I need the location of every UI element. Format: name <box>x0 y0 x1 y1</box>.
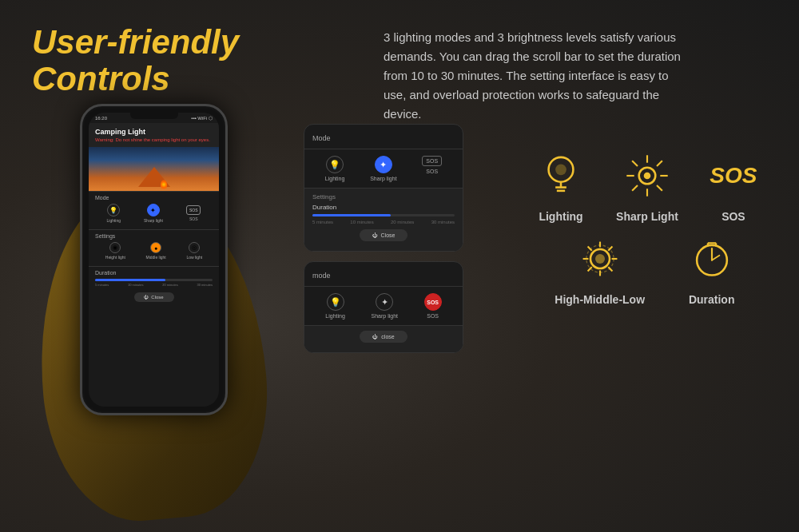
app-card1-sos-label: SOS <box>422 156 442 166</box>
phone-duration-bar[interactable] <box>95 279 213 281</box>
phone-screen: 16:20 ▪▪▪ WiFi ⬡ Camping Light Warning: … <box>89 113 219 407</box>
features-row-1: Lighting Sharp Light <box>519 148 775 223</box>
phone-mid-light[interactable]: ● Middle light <box>145 242 165 260</box>
app-card1-dur-5: 5 minutes <box>312 220 333 224</box>
app-card2-lighting[interactable]: 💡 Lighting <box>325 293 345 319</box>
lighting-icon <box>533 148 589 204</box>
phone-mode-lighting[interactable]: 💡 Lighting <box>107 204 121 223</box>
app-card2-sos-label: SOS <box>427 313 439 319</box>
phone-sos-badge: SOS <box>186 205 201 215</box>
app-card1-dur-30: 30 minutes <box>431 220 455 224</box>
feature-duration: Duration <box>684 231 740 306</box>
phone-app-header: Camping Light Warning: Do not shine the … <box>89 123 219 147</box>
phone-app-title: Camping Light <box>95 128 213 136</box>
app-card1-header-text: Mode <box>312 134 331 142</box>
phone-mode-sos[interactable]: SOS SOS <box>186 205 201 221</box>
sos-text: SOS <box>710 165 757 187</box>
app-card2-sharp-icon: ✦ <box>376 293 393 311</box>
feature-lighting: Lighting <box>533 148 589 223</box>
app-card1-slider[interactable] <box>312 214 455 216</box>
app-card1-lighting[interactable]: 💡 Lighting <box>325 156 345 181</box>
phone-low-label: Low light <box>186 255 202 260</box>
app-card1-lighting-icon: 💡 <box>326 156 344 173</box>
app-card2-sos[interactable]: SOS SOS <box>424 293 442 319</box>
phone-duration-label: Duration <box>95 270 213 276</box>
app-card-2: mode 💡 Lighting ✦ Sharp light SOS SOS ⏻ … <box>304 261 463 353</box>
features-section: Lighting Sharp Light <box>519 148 775 306</box>
sharp-light-label: Sharp Light <box>616 210 678 223</box>
app-card1-duration-label: Duration <box>312 204 455 211</box>
app-card1-slider-labels: 5 minutes 10 minutes 20 minutes 30 minut… <box>312 220 455 224</box>
phone-sharp-icon: ✦ <box>147 204 160 216</box>
page-description: 3 lighting modes and 3 brightness levels… <box>384 28 687 124</box>
svg-line-11 <box>632 161 638 166</box>
phone-sos-label: SOS <box>189 216 198 221</box>
phone-mode-sharp[interactable]: ✦ Sharp light <box>144 204 163 223</box>
duration-label: Duration <box>689 293 735 306</box>
lighting-label: Lighting <box>539 210 582 223</box>
phone-notch <box>130 113 178 119</box>
phone-low-light[interactable]: ◎ Low light <box>186 242 202 260</box>
phone-mode-row: 💡 Lighting ✦ Sharp light SOS SOS <box>95 204 213 223</box>
feature-sharp-light: Sharp Light <box>616 148 678 223</box>
phone-mode-label: Mode <box>95 195 213 200</box>
app-card1-slider-fill <box>312 214 391 216</box>
phone-brightness-row: ◉ Height light ● Middle light ◎ Low ligh… <box>95 242 213 260</box>
app-card1-close-label: Close <box>381 232 396 238</box>
app-card1-sharp[interactable]: ✦ Sharp light <box>370 156 396 181</box>
svg-point-6 <box>644 173 651 180</box>
phone-duration-section: Duration 5 minutes 10 minutes 20 minutes… <box>89 266 219 290</box>
phone-dur-5: 5 minutes <box>95 283 109 287</box>
app-card1-settings-label: Settings <box>312 193 455 200</box>
duration-icon <box>684 231 740 287</box>
feature-brightness: High-Middle-Low <box>555 231 645 306</box>
sos-label: SOS <box>721 210 745 223</box>
sos-icon: SOS <box>706 148 761 204</box>
svg-point-16 <box>595 254 605 264</box>
phone-low-icon: ◎ <box>189 242 200 253</box>
brightness-label: High-Middle-Low <box>555 293 645 306</box>
sharp-light-icon <box>619 148 675 204</box>
page-title: User-friendly Controls <box>32 24 336 97</box>
phone-duration-labels: 5 minutes 10 minutes 20 minutes 30 minut… <box>95 283 213 287</box>
fire-graphic <box>161 180 167 189</box>
app-card2-sharp[interactable]: ✦ Sharp light <box>372 293 398 319</box>
phone-settings-section: Settings ◉ Height light ● Middle light ◎… <box>89 229 219 266</box>
app-card1-dur-10: 10 minutes <box>350 220 373 224</box>
app-card1-lighting-label: Lighting <box>325 176 345 181</box>
app-card1-sos[interactable]: SOS SOS <box>422 156 442 181</box>
app-card2-lighting-label: Lighting <box>325 313 345 319</box>
app-card2-close-button[interactable]: ⏻ close <box>360 331 407 343</box>
svg-line-13 <box>657 161 662 166</box>
svg-line-14 <box>632 185 638 191</box>
app-card2-header: mode <box>304 262 463 287</box>
phone-close-button[interactable]: ⏻ Close <box>134 292 174 302</box>
phone-power-icon: ⏻ <box>144 295 149 300</box>
phone-high-light[interactable]: ◉ Height light <box>105 242 125 260</box>
app-card1-sharp-icon: ✦ <box>375 156 392 173</box>
phone-mid-label: Middle light <box>145 255 165 260</box>
app-card2-settings: ⏻ close <box>304 325 463 352</box>
phone-lighting-label: Lighting <box>107 218 121 223</box>
app-card1-sharp-label: Sharp light <box>370 176 396 181</box>
phone-lighting-icon: 💡 <box>107 204 120 216</box>
app-card1-power-icon: ⏻ <box>372 232 378 238</box>
phone-duration-fill <box>95 279 165 281</box>
phone-high-icon: ◉ <box>109 242 121 253</box>
app-screenshots-container: Mode 💡 Lighting ✦ Sharp light SOS SOS Se… <box>304 124 463 353</box>
svg-point-4 <box>555 164 566 175</box>
phone-dur-30: 30 minutes <box>197 283 213 287</box>
app-card2-power-icon: ⏻ <box>372 334 378 339</box>
app-card1-close-button[interactable]: ⏻ Close <box>360 229 408 241</box>
phone-signal: ▪▪▪ WiFi ⬡ <box>191 115 213 121</box>
app-card1-dur-20: 20 minutes <box>391 220 414 224</box>
brightness-icon <box>572 231 628 287</box>
app-card1-sos-text: SOS <box>426 169 438 174</box>
phone-close-label: Close <box>151 295 163 300</box>
svg-line-12 <box>657 185 662 191</box>
phone-mid-icon: ● <box>150 242 161 253</box>
app-card1-settings: Settings Duration 5 minutes 10 minutes 2… <box>304 188 463 251</box>
app-card1-mode-row: 💡 Lighting ✦ Sharp light SOS SOS <box>304 149 463 188</box>
phone-mode-section: Mode 💡 Lighting ✦ Sharp light SOS SOS <box>89 191 219 229</box>
app-card2-lighting-icon: 💡 <box>327 293 344 311</box>
